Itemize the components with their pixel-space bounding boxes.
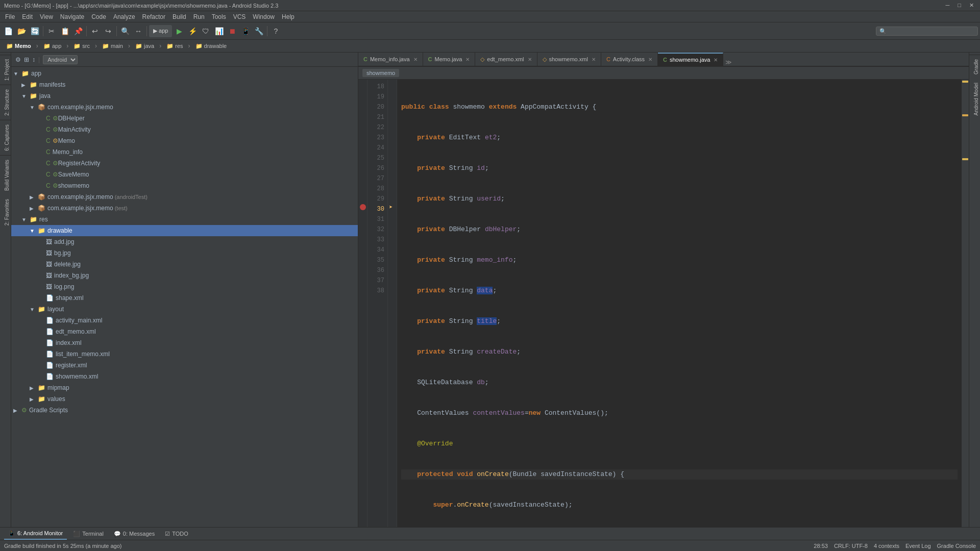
- menu-edit[interactable]: Edit: [19, 12, 36, 21]
- tree-add-jpg[interactable]: 🖼 add.jpg: [11, 236, 358, 247]
- tree-list-item-memo-xml[interactable]: 📄 list_item_memo.xml: [11, 348, 358, 360]
- left-project-btn[interactable]: 1: Project: [0, 55, 11, 85]
- menu-refactor[interactable]: Refactor: [139, 12, 168, 21]
- toolbar-open[interactable]: 📂: [15, 25, 28, 37]
- left-captures-btn[interactable]: 6: Captures: [0, 120, 11, 155]
- gradle-console-button[interactable]: Gradle Console: [937, 543, 976, 549]
- toolbar-debug[interactable]: ⚡: [186, 25, 199, 37]
- toolbar-coverage[interactable]: 🛡: [200, 25, 212, 37]
- settings-gear-icon[interactable]: ⚙: [15, 56, 21, 63]
- menu-vcs[interactable]: VCS: [230, 12, 249, 21]
- tree-pkg-main[interactable]: ▼ 📦 com.example.jsjx.memo: [11, 102, 358, 113]
- tree-log-png[interactable]: 🖼 log.png: [11, 281, 358, 292]
- tree-bg-jpg[interactable]: 🖼 bg.jpg: [11, 247, 358, 259]
- tree-register-xml[interactable]: 📄 register.xml: [11, 360, 358, 371]
- menu-navigate[interactable]: Navigate: [57, 12, 87, 21]
- tree-layout[interactable]: ▼ 📁 layout: [11, 304, 358, 315]
- tree-memo-info[interactable]: C Memo_info: [11, 146, 358, 158]
- toolbar-stop[interactable]: ⏹: [226, 25, 238, 37]
- bottom-tab-terminal[interactable]: ⬛ Terminal: [69, 528, 108, 540]
- tree-shape-xml[interactable]: 📄 shape.xml: [11, 292, 358, 304]
- tree-res[interactable]: ▼ 📁 res: [11, 214, 358, 225]
- nav-src[interactable]: 📁 src: [69, 42, 94, 51]
- tab-close-icon-2[interactable]: ✕: [465, 57, 470, 62]
- tab-close-icon-5[interactable]: ✕: [648, 57, 652, 62]
- tree-gradle-scripts[interactable]: ▶ ⚙ Gradle Scripts: [11, 405, 358, 416]
- bottom-tab-android-monitor[interactable]: 📱 6: Android Monitor: [4, 528, 67, 540]
- tab-memo-info-java[interactable]: C Memo_info.java ✕: [358, 53, 423, 66]
- toolbar-help[interactable]: ?: [270, 25, 282, 37]
- tree-registeractivity[interactable]: C ⚙ RegisterActivity: [11, 158, 358, 169]
- tree-dbhelper[interactable]: C ⚙ DBHelper: [11, 113, 358, 124]
- toolbar-profile[interactable]: 📊: [213, 25, 225, 37]
- tree-pkg-androidtest[interactable]: ▶ 📦 com.example.jsjx.memo(androidTest): [11, 191, 358, 203]
- nav-drawable[interactable]: 📁 drawable: [191, 42, 231, 51]
- toolbar-run-config[interactable]: ▶ app: [149, 25, 172, 37]
- tab-close-icon[interactable]: ✕: [413, 57, 418, 62]
- menu-view[interactable]: View: [37, 12, 56, 21]
- right-gradle-btn[interactable]: Gradle: [969, 55, 980, 79]
- project-view-dropdown[interactable]: Android: [43, 55, 78, 64]
- tree-mipmap[interactable]: ▶ 📁 mipmap: [11, 382, 358, 393]
- filter-icon[interactable]: ⊞: [24, 56, 29, 63]
- toolbar-sdk[interactable]: 🔧: [253, 25, 265, 37]
- tree-savememo[interactable]: C ⚙ SaveMemo: [11, 169, 358, 180]
- tab-close-icon-4[interactable]: ✕: [592, 57, 596, 62]
- tree-showmemo-xml[interactable]: 📄 showmemo.xml: [11, 371, 358, 382]
- tree-showmemo-java[interactable]: C ⚙ showmemo: [11, 180, 358, 191]
- menu-tools[interactable]: Tools: [209, 12, 229, 21]
- menu-run[interactable]: Run: [190, 12, 208, 21]
- toolbar-redo[interactable]: ↪: [102, 25, 114, 37]
- tab-memo-java[interactable]: C Memo.java ✕: [423, 53, 476, 66]
- expand-icon[interactable]: ↕: [32, 56, 35, 63]
- tree-pkg-test[interactable]: ▶ 📦 com.example.jsjx.memo(test): [11, 203, 358, 214]
- code-body[interactable]: public class showmemo extends AppCompatA…: [397, 80, 962, 527]
- search-input[interactable]: [876, 27, 978, 36]
- tab-activity-class[interactable]: C Activity.class ✕: [601, 53, 658, 66]
- code-editor[interactable]: 18 19 20 21 22 23 24 25 26 27 28 29 30 3…: [358, 80, 969, 527]
- tree-app[interactable]: ▼ 📁 app: [11, 68, 358, 79]
- tree-index-xml[interactable]: 📄 index.xml: [11, 337, 358, 348]
- toolbar-copy[interactable]: 📋: [59, 25, 71, 37]
- tree-delete-jpg[interactable]: 🖼 delete.jpg: [11, 259, 358, 270]
- close-button[interactable]: ✕: [967, 2, 976, 9]
- nav-java[interactable]: 📁 java: [131, 42, 158, 51]
- tree-indexbg-jpg[interactable]: 🖼 index_bg.jpg: [11, 270, 358, 281]
- nav-res[interactable]: 📁 res: [162, 42, 187, 51]
- minimize-button[interactable]: ─: [944, 2, 952, 9]
- tab-showmemo-java[interactable]: C showmemo.java ✕: [658, 53, 723, 66]
- menu-help[interactable]: Help: [279, 12, 298, 21]
- toolbar-sync[interactable]: 🔄: [29, 25, 41, 37]
- tab-showmemo-xml[interactable]: ◇ showmemo.xml ✕: [537, 53, 601, 66]
- toolbar-cut[interactable]: ✂: [45, 25, 58, 37]
- left-build-variants-btn[interactable]: Build Variants: [0, 155, 11, 195]
- menu-file[interactable]: File: [2, 12, 18, 21]
- toolbar-avd[interactable]: 📱: [239, 25, 252, 37]
- nav-app[interactable]: 📁 app: [39, 42, 65, 51]
- left-structure-btn[interactable]: 2: Structure: [0, 85, 11, 120]
- toolbar-paste[interactable]: 📌: [72, 25, 84, 37]
- tree-edt-memo-xml[interactable]: 📄 edt_memo.xml: [11, 326, 358, 337]
- menu-window[interactable]: Window: [250, 12, 278, 21]
- tree-memo[interactable]: C ⚙ Memo: [11, 135, 358, 146]
- right-android-model-btn[interactable]: Android Model: [969, 79, 980, 119]
- nav-main[interactable]: 📁 main: [98, 42, 127, 51]
- tree-activity-main-xml[interactable]: 📄 activity_main.xml: [11, 315, 358, 326]
- nav-memo[interactable]: 📁 Memo: [2, 42, 35, 51]
- tree-mainactivity[interactable]: C ⚙ MainActivity: [11, 124, 358, 135]
- event-log-button[interactable]: Event Log: [905, 543, 931, 549]
- maximize-button[interactable]: □: [955, 2, 963, 9]
- tab-edt-memo-xml[interactable]: ◇ edt_memo.xml ✕: [475, 53, 537, 66]
- tree-values[interactable]: ▶ 📁 values: [11, 393, 358, 405]
- tab-overflow[interactable]: ≫: [723, 59, 734, 66]
- tab-close-icon-6[interactable]: ✕: [714, 57, 718, 63]
- menu-code[interactable]: Code: [88, 12, 109, 21]
- tab-close-icon-3[interactable]: ✕: [528, 57, 532, 62]
- toolbar-replace[interactable]: ↔: [132, 25, 144, 37]
- bottom-tab-messages[interactable]: 💬 0: Messages: [110, 528, 159, 540]
- tree-manifests[interactable]: ▶ 📁 manifests: [11, 79, 358, 90]
- bottom-tab-todo[interactable]: ☑ TODO: [161, 528, 192, 540]
- menu-analyze[interactable]: Analyze: [110, 12, 138, 21]
- toolbar-find[interactable]: 🔍: [119, 25, 131, 37]
- tree-java[interactable]: ▼ 📁 java: [11, 90, 358, 102]
